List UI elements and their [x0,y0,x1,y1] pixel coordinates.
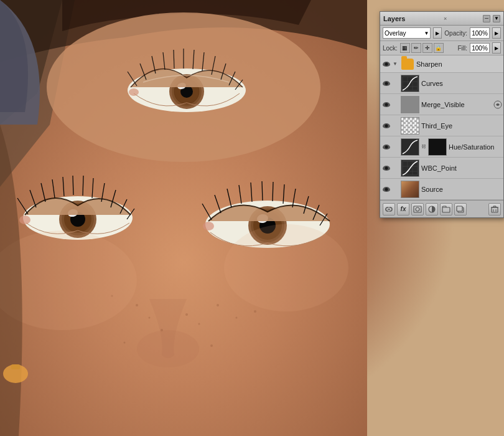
delete-button[interactable] [488,203,501,216]
lock-row: Lock: ▦ ✏ ✛ 🔒 Fill: 100% ▶ [380,41,503,55]
svg-point-71 [210,344,213,347]
eye-icon [383,166,390,171]
eye-icon [383,102,390,107]
svg-point-59 [203,222,214,230]
lock-all-btn[interactable]: 🔒 [434,43,444,53]
layer-merge-badge [493,100,502,109]
eye-icon [383,123,390,128]
mask-button[interactable] [411,203,424,216]
layer-source-thumb [401,181,419,198]
layer-sharpen-name: Sharpen [416,60,502,68]
adjustment-button[interactable] [426,203,438,216]
copy-button[interactable] [454,203,467,216]
eye-icon [383,145,390,149]
layer-third-eye-name: Third_Eye [421,122,502,130]
blend-mode-select[interactable]: Overlay ▼ [383,27,431,39]
svg-point-73 [224,224,348,311]
panel-close-icon[interactable]: × [444,16,447,22]
link-button[interactable] [383,203,395,216]
lock-transparent-btn[interactable]: ▦ [400,43,410,53]
layer-merge-visible[interactable]: Merge_Visible [380,94,503,115]
svg-point-92 [416,207,419,211]
layer-source-name: Source [421,186,502,193]
group-button[interactable] [440,203,452,216]
svg-point-40 [19,216,30,224]
layer-link-icon: ⛓ [421,144,426,149]
svg-rect-97 [492,207,498,212]
eye-icon [383,62,390,67]
panel-collapse-btn[interactable]: ▼ [493,15,500,22]
svg-point-65 [161,329,163,331]
layer-hue-adj-thumb [401,138,419,156]
fill-arrow[interactable]: ▶ [492,42,501,54]
svg-point-61 [136,304,138,306]
layer-hue-name: Hue/Saturation [449,143,502,151]
panel-controls: ─ ▼ [483,15,500,22]
layer-merge-visibility[interactable] [381,94,391,115]
svg-point-67 [217,304,219,306]
layer-merge-name: Merge_Visible [421,101,492,108]
layer-hue-visibility[interactable] [381,136,391,158]
layer-wbc-point[interactable]: WBC_Point [380,158,503,179]
svg-rect-75 [11,364,20,369]
svg-point-62 [149,317,151,319]
svg-point-63 [185,313,188,316]
lock-label: Lock: [383,45,398,52]
svg-point-68 [236,317,238,319]
blend-mode-row: Overlay ▼ ▶ Opacity: 100% ▶ [380,26,503,41]
svg-point-69 [254,310,256,313]
layer-wbc-visibility[interactable] [381,158,391,179]
lock-paint-btn[interactable]: ✏ [411,43,421,53]
layer-hue-mask-thumb [428,138,447,156]
blend-mode-arrow[interactable]: ▶ [433,27,442,39]
opacity-label: Opacity: [444,30,467,37]
eye-icon [383,81,390,86]
fill-value[interactable]: 100% [470,43,490,53]
group-expand-arrow[interactable]: ▼ [391,61,399,67]
panel-title: Layers [383,15,405,22]
fx-label: fx [401,206,406,212]
layer-sharpen-visibility[interactable] [381,54,391,75]
layers-toolbar: fx [380,200,503,217]
layers-list: ▼ Sharpen [380,55,503,200]
layers-panel: Layers × ─ ▼ Overlay ▼ ▶ Opacity: 100% ▶… [380,11,504,218]
svg-rect-96 [457,206,462,211]
layer-third-eye-thumb [401,117,419,135]
eye-icon [383,187,390,192]
layer-curves-visibility[interactable] [381,73,391,94]
layer-wbc-name: WBC_Point [421,164,502,172]
layer-curves-thumb [401,75,419,92]
layer-source[interactable]: Source [380,179,503,200]
layer-curves-name: Curves [421,80,502,87]
layer-wbc-thumb [401,159,419,177]
svg-point-70 [124,342,126,344]
lock-move-btn[interactable]: ✛ [422,43,432,53]
folder-icon [401,59,414,70]
lock-icons: ▦ ✏ ✛ 🔒 [400,43,444,53]
panel-header: Layers × ─ ▼ [380,12,503,26]
layer-third-eye[interactable]: Third_Eye [380,115,503,136]
layer-merge-thumb [401,96,419,113]
layer-sharpen-group[interactable]: ▼ Sharpen [380,55,503,73]
layer-hue-saturation[interactable]: ⛓ Hue/Saturation [380,136,503,158]
opacity-arrow[interactable]: ▶ [492,27,501,39]
main-container: Layers × ─ ▼ Overlay ▼ ▶ Opacity: 100% ▶… [0,0,504,436]
panel-minimize-btn[interactable]: ─ [483,15,490,22]
blend-mode-value: Overlay [385,30,406,37]
fx-button[interactable]: fx [397,203,409,216]
layer-source-visibility[interactable] [381,179,391,200]
fill-label: Fill: [457,45,467,52]
layer-curves[interactable]: Curves [380,73,503,94]
svg-point-21 [129,88,139,96]
layer-third-eye-visibility[interactable] [381,115,391,136]
svg-rect-94 [442,207,450,212]
svg-point-64 [198,323,200,325]
opacity-value[interactable]: 100% [470,27,490,39]
